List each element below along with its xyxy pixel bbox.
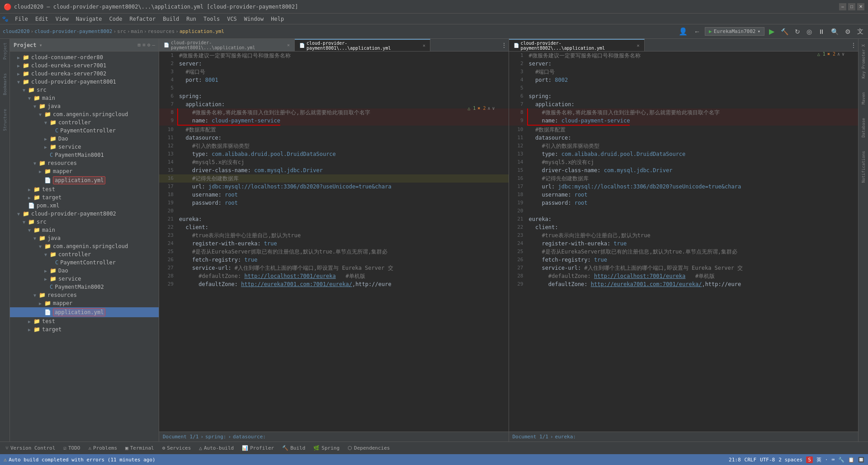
menu-edit[interactable]: Edit <box>32 15 52 23</box>
menu-code[interactable]: Code <box>106 15 126 23</box>
tree-item-paymentctrl8001[interactable]: C PaymentController <box>10 127 159 135</box>
reload-button[interactable]: ↻ <box>793 27 802 36</box>
bottom-tab-version-control[interactable]: ⑂ Version Control <box>2 444 59 452</box>
tree-item-test8001[interactable]: ▶ 📁 test <box>10 185 159 193</box>
tree-item-eureka7002[interactable]: ▶ 📁 cloud-eureka-server7002 <box>10 70 159 78</box>
bookmarks-side-icon[interactable]: Bookmarks <box>2 71 8 97</box>
pause-button[interactable]: ⏸ <box>816 27 826 36</box>
run-config-selector[interactable]: ▶ EurekaMain7002 ▾ <box>705 27 764 36</box>
menu-window[interactable]: Window <box>241 15 267 23</box>
menu-vcs[interactable]: VCS <box>223 15 241 23</box>
menu-refactor[interactable]: Refactor <box>126 15 159 23</box>
ime-tool1[interactable]: 🔧 <box>838 457 844 463</box>
menu-view[interactable]: View <box>52 15 72 23</box>
tree-item-service8002[interactable]: ▶ 📁 service <box>10 275 159 283</box>
tree-item-pom8001[interactable]: 📄 pom.xml <box>10 202 159 210</box>
status-position[interactable]: 21:8 <box>729 457 741 463</box>
notifications-icon[interactable]: Notifications <box>860 149 867 184</box>
breadcrumb-payment8002[interactable]: cloud-provider-payment8002 <box>34 28 112 34</box>
status-utf8[interactable]: UTF-8 <box>760 457 775 463</box>
profile-button[interactable]: 👤 <box>677 26 689 37</box>
database-icon[interactable]: Database <box>860 116 867 139</box>
coverage-button[interactable]: ◎ <box>805 27 814 36</box>
structure-side-icon[interactable]: Structure <box>2 107 8 133</box>
code-area-8002[interactable]: △ 1 ✖ 2 ∧ ∨ 1 #微服务建议一定要写服务端口号和微服务名称 2 se… <box>509 52 859 432</box>
tree-item-resources8002[interactable]: ▼ 📁 resources <box>10 291 159 299</box>
tree-item-java8002[interactable]: ▼ 📁 java <box>10 234 159 242</box>
tree-item-mapper8001[interactable]: ▶ 📁 mapper <box>10 167 159 175</box>
bottom-tab-services[interactable]: ⚙ Services <box>159 444 195 452</box>
tree-item-controller8002[interactable]: ▼ 📁 controller <box>10 250 159 258</box>
breadcrumb-main[interactable]: main <box>131 28 143 34</box>
status-crlf[interactable]: CRLF <box>745 457 757 463</box>
editor-tab-8002[interactable]: 📄 cloud-provider-payment8002\...\applica… <box>509 39 645 51</box>
bottom-tab-problems[interactable]: ⚠ Problems <box>85 444 121 452</box>
tree-item-order80[interactable]: ▶ 📁 cloud-consumer-order80 <box>10 53 159 61</box>
bottom-tab-build[interactable]: 🔨 Build <box>278 444 309 452</box>
tree-item-main8002[interactable]: ▼ 📁 main <box>10 226 159 234</box>
breadcrumb-resources[interactable]: resources <box>148 28 175 34</box>
key-promoter-icon[interactable]: Key Promoter X <box>860 42 867 80</box>
tree-item-src8002[interactable]: ▼ 📁 src <box>10 218 159 226</box>
tree-item-src8001[interactable]: ▼ 📁 src <box>10 86 159 94</box>
tree-item-payment8001[interactable]: ▼ 📁 cloud-provider-payment8001 <box>10 78 159 86</box>
tree-item-yaml8002[interactable]: 📄 application.yml <box>10 307 159 317</box>
project-icon-1[interactable]: ⊞ <box>138 42 141 48</box>
build-button[interactable]: 🔨 <box>779 27 790 36</box>
tree-item-eureka7001[interactable]: ▶ 📁 cloud-eureka-server7001 <box>10 61 159 70</box>
code-area-8001[interactable]: △ 1 ✖ 2 ∧ ∨ 1 #微服务建议一定要写服务端口号和微服务名称 2 se… <box>159 52 509 432</box>
tree-item-yaml8001[interactable]: 📄 application.yml <box>10 175 159 185</box>
status-indent[interactable]: 2 spaces <box>778 457 802 463</box>
project-icon-3[interactable]: ⚙ <box>147 42 151 48</box>
tab-close-icon[interactable]: ✕ <box>287 42 290 47</box>
menu-file[interactable]: File <box>11 15 32 23</box>
ime-keyboard[interactable]: ⌨ <box>831 457 835 463</box>
tree-item-payment8002[interactable]: ▼ 📁 cloud-provider-payment8002 <box>10 210 159 218</box>
bottom-tab-todo[interactable]: ☑ TODO <box>60 444 84 452</box>
tree-item-dao8001[interactable]: ▶ 📁 Dao <box>10 135 159 143</box>
tree-item-main8002main[interactable]: C PaymentMain8002 <box>10 283 159 291</box>
tree-item-java8001[interactable]: ▼ 📁 java <box>10 102 159 110</box>
bottom-tab-terminal[interactable]: ▣ Terminal <box>122 444 158 452</box>
tree-item-main8001main[interactable]: C PaymentMain8001 <box>10 151 159 159</box>
ime-lang[interactable]: 英 <box>816 456 821 463</box>
ime-tool2[interactable]: 📋 <box>848 457 854 463</box>
bottom-tab-auto-build[interactable]: △ Auto-build <box>195 444 237 452</box>
minimize-button[interactable]: – <box>839 3 846 10</box>
breadcrumb-cloud2020[interactable]: cloud2020 <box>3 28 30 34</box>
menu-tools[interactable]: Tools <box>200 15 223 23</box>
menu-build[interactable]: Build <box>159 15 183 23</box>
tree-item-package8002[interactable]: ▼ 📁 com.angenin.springcloud <box>10 242 159 250</box>
menu-help[interactable]: Help <box>267 15 288 23</box>
close-button[interactable]: ✕ <box>857 3 864 10</box>
menu-run[interactable]: Run <box>183 15 200 23</box>
tree-item-target8002[interactable]: ▶ 📁 target <box>10 325 159 333</box>
translate-button[interactable]: 文 <box>855 27 865 37</box>
tree-item-mapper8002[interactable]: ▶ 📁 mapper <box>10 299 159 307</box>
tree-item-paymentctrl8002[interactable]: C PaymentController <box>10 258 159 267</box>
editor-tab-8001-inactive[interactable]: 📄 cloud-provider-payment8001\...\applica… <box>159 39 295 51</box>
breadcrumb-src[interactable]: src <box>117 28 126 34</box>
tree-item-target8001[interactable]: ▶ 📁 target <box>10 193 159 202</box>
back-button[interactable]: ← <box>692 27 702 36</box>
tree-item-package8001[interactable]: ▼ 📁 com.angenin.springcloud <box>10 110 159 118</box>
ime-tool3[interactable]: 🔲 <box>858 457 864 463</box>
tree-item-service8001[interactable]: ▶ 📁 service <box>10 143 159 151</box>
bottom-tab-spring[interactable]: 🌿 Spring <box>310 444 343 452</box>
tree-item-dao8002[interactable]: ▶ 📁 Dao <box>10 267 159 275</box>
tree-item-main8001[interactable]: ▼ 📁 main <box>10 94 159 102</box>
editor-menu-8002[interactable]: ⋮ <box>849 39 858 51</box>
project-icon-4[interactable]: — <box>152 42 155 48</box>
tab-close-icon[interactable]: ✕ <box>423 43 425 48</box>
bottom-tab-profiler[interactable]: 📊 Profiler <box>238 444 278 452</box>
menu-navigate[interactable]: Navigate <box>72 15 106 23</box>
project-icon-2[interactable]: ≡ <box>142 42 146 48</box>
editor-menu-8001[interactable]: ⋮ <box>500 39 509 51</box>
project-side-icon[interactable]: Project <box>2 41 8 61</box>
bottom-tab-dependencies[interactable]: ⬡ Dependencies <box>344 444 393 452</box>
search-button[interactable]: 🔍 <box>829 27 840 36</box>
editor-tab-8001-active[interactable]: 📄 cloud-provider-payment8001\...\applica… <box>295 39 430 51</box>
tree-item-test8002[interactable]: ▶ 📁 test <box>10 317 159 325</box>
breadcrumb-file[interactable]: application.yml <box>179 28 224 34</box>
maven-icon[interactable]: Maven <box>860 90 867 106</box>
